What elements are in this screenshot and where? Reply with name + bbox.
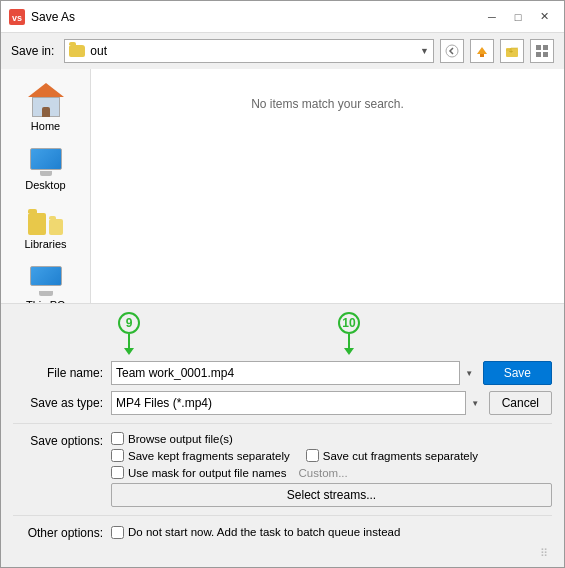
resize-grip: ⠿ (540, 548, 548, 559)
new-folder-button[interactable]: + (500, 39, 524, 63)
filename-row: File name: ▼ Save (13, 361, 552, 385)
save-cut-label[interactable]: Save cut fragments separately (323, 450, 478, 462)
save-options-content: Browse output file(s) Save kept fragment… (111, 432, 552, 507)
sidebar-libraries-label: Libraries (24, 238, 66, 250)
no-items-message: No items match your search. (99, 77, 556, 131)
view-button[interactable] (530, 39, 554, 63)
window-controls: ─ □ ✕ (480, 7, 556, 27)
app-icon: vs (9, 9, 25, 25)
save-type-select-wrap: MP4 Files (*.mp4) ▼ (111, 391, 485, 415)
use-mask-checkbox[interactable] (111, 466, 124, 479)
sidebar-item-home[interactable]: Home (5, 77, 86, 138)
save-as-dialog: vs Save As ─ □ ✕ Save in: out ▼ (0, 0, 565, 568)
filename-input[interactable] (111, 361, 479, 385)
sidebar-home-label: Home (31, 120, 60, 132)
folder-icon (69, 45, 85, 57)
annotation-10: 10 (338, 312, 360, 334)
thispc-icon (28, 266, 64, 296)
save-as-type-row: Save as type: MP4 Files (*.mp4) ▼ Cancel (13, 391, 552, 415)
svg-text:vs: vs (12, 13, 22, 23)
toolbar: Save in: out ▼ + (1, 33, 564, 69)
save-in-value: out (90, 44, 420, 58)
title-bar: vs Save As ─ □ ✕ (1, 1, 564, 33)
save-kept-checkbox[interactable] (111, 449, 124, 462)
home-icon (28, 83, 64, 117)
svg-rect-3 (480, 54, 484, 57)
save-cut-item: Save cut fragments separately (306, 449, 478, 462)
svg-point-2 (446, 45, 458, 57)
divider2 (13, 515, 552, 516)
save-as-type-label: Save as type: (13, 396, 103, 410)
svg-text:+: + (509, 48, 513, 55)
other-options-content: Do not start now. Add the task to batch … (111, 526, 552, 539)
save-as-type-wrap: MP4 Files (*.mp4) ▼ Cancel (111, 391, 552, 415)
bottom-area: 9 10 File name: ▼ Save Save as (1, 303, 564, 567)
do-not-start-item: Do not start now. Add the task to batch … (111, 526, 552, 539)
divider (13, 423, 552, 424)
sidebar-item-libraries[interactable]: Libraries (5, 201, 86, 256)
svg-rect-9 (543, 52, 548, 57)
svg-rect-8 (536, 52, 541, 57)
filename-select-wrap: ▼ (111, 361, 479, 385)
sidebar-item-desktop[interactable]: Desktop (5, 142, 86, 197)
save-in-label: Save in: (11, 44, 54, 58)
close-button[interactable]: ✕ (532, 7, 556, 27)
up-button[interactable] (470, 39, 494, 63)
use-mask-item: Use mask for output file names (111, 466, 287, 479)
filename-input-wrap: ▼ Save (111, 361, 552, 385)
select-streams-button[interactable]: Select streams... (111, 483, 552, 507)
filename-label: File name: (13, 366, 103, 380)
browse-output-label[interactable]: Browse output file(s) (128, 433, 233, 445)
custom-link[interactable]: Custom... (299, 467, 348, 479)
save-options-label: Save options: (13, 432, 103, 448)
do-not-start-checkbox[interactable] (111, 526, 124, 539)
dialog-title: Save As (31, 10, 480, 24)
svg-rect-6 (536, 45, 541, 50)
desktop-icon (28, 148, 64, 176)
save-options-row: Save options: Browse output file(s) Save… (13, 432, 552, 507)
use-mask-label[interactable]: Use mask for output file names (128, 467, 287, 479)
libraries-icon (28, 207, 64, 235)
browse-output-checkbox[interactable] (111, 432, 124, 445)
sidebar-desktop-label: Desktop (25, 179, 65, 191)
save-kept-label[interactable]: Save kept fragments separately (128, 450, 290, 462)
content-area: Home Desktop Libraries (1, 69, 564, 303)
save-as-type-select[interactable]: MP4 Files (*.mp4) (111, 391, 485, 415)
other-options-row: Other options: Do not start now. Add the… (13, 524, 552, 540)
save-kept-item: Save kept fragments separately (111, 449, 290, 462)
save-cut-checkbox[interactable] (306, 449, 319, 462)
cancel-button[interactable]: Cancel (489, 391, 552, 415)
dropdown-arrow-icon: ▼ (420, 46, 429, 56)
do-not-start-label[interactable]: Do not start now. Add the task to batch … (128, 526, 400, 538)
browse-output-row: Browse output file(s) (111, 432, 552, 445)
back-button[interactable] (440, 39, 464, 63)
maximize-button[interactable]: □ (506, 7, 530, 27)
svg-rect-7 (543, 45, 548, 50)
save-button[interactable]: Save (483, 361, 552, 385)
file-list: No items match your search. (91, 69, 564, 303)
save-in-dropdown[interactable]: out ▼ (64, 39, 434, 63)
other-options-label: Other options: (13, 524, 103, 540)
sidebar-item-thispc[interactable]: This PC (5, 260, 86, 303)
minimize-button[interactable]: ─ (480, 7, 504, 27)
annotation-9: 9 (118, 312, 140, 334)
fragments-row: Save kept fragments separately Save cut … (111, 449, 552, 462)
sidebar: Home Desktop Libraries (1, 69, 91, 303)
